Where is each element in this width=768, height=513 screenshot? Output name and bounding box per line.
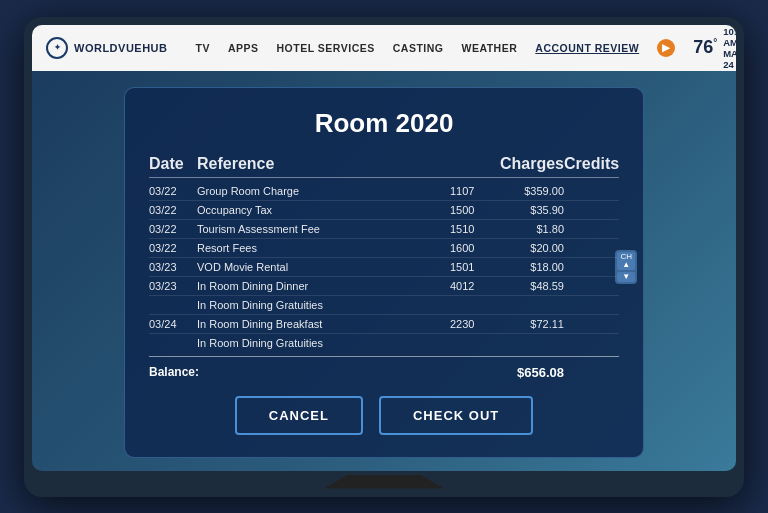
- logo-icon: ✦: [46, 37, 68, 59]
- table-row: 03/22 Group Room Charge 1107 $359.00: [149, 182, 619, 201]
- row-reference: In Room Dining Dinner: [197, 280, 450, 292]
- row-date: 03/23: [149, 261, 197, 273]
- row-date: 03/22: [149, 223, 197, 235]
- table-row: In Room Dining Gratuities: [149, 334, 619, 352]
- nav-item-casting[interactable]: CASTING: [393, 42, 444, 54]
- content-area: Room 2020 Date Reference Charges Credits…: [32, 71, 736, 471]
- nav-item-account[interactable]: ACCOUNT REVIEW: [535, 42, 639, 54]
- scroll-up-arrow[interactable]: CH▲: [617, 252, 635, 270]
- time-display: 10:00 AM MARCH 24: [723, 26, 736, 70]
- row-reference: Group Room Charge: [197, 185, 450, 197]
- row-charges: $18.00: [494, 261, 564, 273]
- row-num: 1501: [450, 261, 494, 273]
- row-reference: Tourism Assessment Fee: [197, 223, 450, 235]
- tv-screen: ✦ WORLDVUEHUB TV APPS HOTEL SERVICES CAS…: [32, 25, 736, 471]
- table-row: 03/22 Occupancy Tax 1500 $35.90: [149, 201, 619, 220]
- balance-label: Balance:: [149, 365, 229, 379]
- header-num: [450, 155, 494, 173]
- checkout-button[interactable]: CHECK OUT: [379, 396, 533, 435]
- table-row: 03/22 Tourism Assessment Fee 1510 $1.80: [149, 220, 619, 239]
- temperature-display: 76°: [693, 37, 717, 58]
- row-num: 1600: [450, 242, 494, 254]
- nav-item-hotel[interactable]: HOTEL SERVICES: [277, 42, 375, 54]
- row-reference: In Room Dining Breakfast: [197, 318, 450, 330]
- row-charges: $1.80: [494, 223, 564, 235]
- row-reference: In Room Dining Gratuities: [197, 337, 450, 349]
- balance-amount: $656.08: [517, 365, 564, 380]
- row-date: 03/23: [149, 280, 197, 292]
- table-row: 03/24 In Room Dining Breakfast 2230 $72.…: [149, 315, 619, 334]
- row-reference: Occupancy Tax: [197, 204, 450, 216]
- header-charges: Charges: [494, 155, 564, 173]
- row-date: 03/22: [149, 185, 197, 197]
- row-num: 1510: [450, 223, 494, 235]
- cancel-button[interactable]: CANCEL: [235, 396, 363, 435]
- row-charges: $20.00: [494, 242, 564, 254]
- action-buttons: CANCEL CHECK OUT: [149, 396, 619, 435]
- room-title: Room 2020: [149, 108, 619, 139]
- row-reference: Resort Fees: [197, 242, 450, 254]
- header-credits: Credits: [564, 155, 619, 173]
- row-reference: VOD Movie Rental: [197, 261, 450, 273]
- time-value: 10:00 AM: [723, 26, 736, 48]
- row-date: 03/24: [149, 318, 197, 330]
- row-num: 4012: [450, 280, 494, 292]
- scroll-down-arrow[interactable]: ▼: [617, 272, 635, 282]
- logo-text: WORLDVUEHUB: [74, 42, 168, 54]
- logo-area: ✦ WORLDVUEHUB: [46, 37, 168, 59]
- row-charges: $359.00: [494, 185, 564, 197]
- nav-item-apps[interactable]: APPS: [228, 42, 259, 54]
- tv-stand-neck: [324, 475, 444, 489]
- tv-stand: [32, 475, 736, 489]
- table-row: 03/23 In Room Dining Dinner 4012 $48.59: [149, 277, 619, 296]
- row-num: 1107: [450, 185, 494, 197]
- header-reference: Reference: [197, 155, 450, 173]
- row-num: 1500: [450, 204, 494, 216]
- row-date: 03/22: [149, 242, 197, 254]
- nav-bar: ✦ WORLDVUEHUB TV APPS HOTEL SERVICES CAS…: [32, 25, 736, 71]
- table-row: 03/23 VOD Movie Rental 1501 $18.00: [149, 258, 619, 277]
- account-card: Room 2020 Date Reference Charges Credits…: [124, 87, 644, 458]
- nav-item-weather[interactable]: WEATHER: [461, 42, 517, 54]
- nav-right: 76° 10:00 AM MARCH 24: [693, 26, 736, 70]
- balance-row: Balance: $656.08: [149, 356, 619, 380]
- table-scroll-container: 03/22 Group Room Charge 1107 $359.00 03/…: [149, 182, 619, 352]
- header-date: Date: [149, 155, 197, 173]
- nav-item-tv[interactable]: TV: [196, 42, 210, 54]
- tv-frame: ✦ WORLDVUEHUB TV APPS HOTEL SERVICES CAS…: [24, 17, 744, 497]
- row-date: 03/22: [149, 204, 197, 216]
- row-num: 2230: [450, 318, 494, 330]
- row-charges: $72.11: [494, 318, 564, 330]
- row-charges: $35.90: [494, 204, 564, 216]
- scroll-indicator: CH▲ ▼: [615, 250, 637, 284]
- date-value: MARCH 24: [723, 48, 736, 70]
- table-scroll[interactable]: 03/22 Group Room Charge 1107 $359.00 03/…: [149, 182, 619, 352]
- table-row: 03/22 Resort Fees 1600 $20.00: [149, 239, 619, 258]
- row-reference: In Room Dining Gratuities: [197, 299, 450, 311]
- table-header: Date Reference Charges Credits: [149, 155, 619, 178]
- nav-items: TV APPS HOTEL SERVICES CASTING WEATHER A…: [196, 39, 676, 57]
- table-row: In Room Dining Gratuities: [149, 296, 619, 315]
- row-charges: $48.59: [494, 280, 564, 292]
- nav-next-arrow[interactable]: ▶: [657, 39, 675, 57]
